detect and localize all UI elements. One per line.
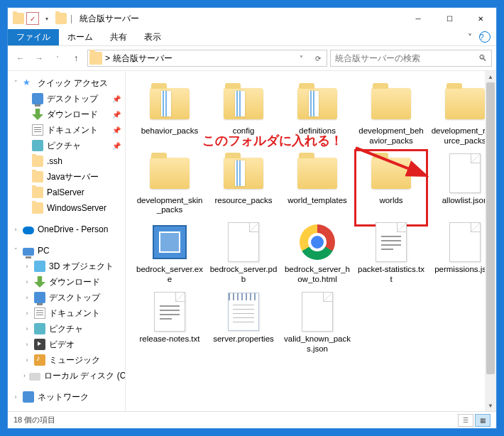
recent-locations-button[interactable]: ˅ bbox=[49, 50, 66, 67]
address-bar[interactable]: > 統合版サーバー ˅ ⟳ bbox=[87, 50, 327, 67]
sidebar-item[interactable]: WindowsServer bbox=[8, 200, 125, 216]
folder-icon bbox=[371, 158, 411, 189]
sidebar-item[interactable]: ピクチャ📌 bbox=[8, 138, 125, 153]
sidebar-item[interactable]: .ssh bbox=[8, 153, 125, 169]
file-item[interactable]: bedrock_server.exe bbox=[134, 219, 205, 286]
nav-label: ドキュメント bbox=[47, 124, 98, 136]
qat-overflow-icon[interactable]: ▾ bbox=[40, 12, 53, 25]
file-item[interactable]: resource_packs bbox=[208, 151, 279, 217]
chevron-right-icon[interactable]: › bbox=[23, 356, 31, 364]
details-view-button[interactable]: ☰ bbox=[458, 414, 473, 427]
file-label: release-notes.txt bbox=[139, 334, 199, 344]
pin-icon: 📌 bbox=[112, 111, 121, 119]
sidebar-item[interactable]: ›ドキュメント bbox=[8, 305, 125, 321]
file-item[interactable]: development_skin_packs bbox=[134, 151, 205, 217]
titlebar[interactable]: ✓ ▾ | 統合版サーバー ─ ☐ ✕ bbox=[8, 8, 496, 29]
nav-label: デスクトップ bbox=[49, 292, 100, 304]
sidebar-item[interactable]: ›ダウンロード bbox=[8, 274, 125, 290]
minimize-button[interactable]: ─ bbox=[402, 8, 434, 29]
up-button[interactable]: ↑ bbox=[67, 50, 84, 67]
forward-button[interactable]: → bbox=[31, 50, 48, 67]
sidebar-item[interactable]: デスクトップ📌 bbox=[8, 91, 125, 107]
doc-icon bbox=[34, 307, 45, 319]
chevron-right-icon[interactable]: › bbox=[23, 372, 26, 379]
sidebar-item[interactable]: ›デスクトップ bbox=[8, 290, 125, 305]
checkbox-icon[interactable]: ✓ bbox=[26, 12, 39, 25]
sidebar-item[interactable]: PalServer bbox=[8, 185, 125, 200]
chevron-down-icon[interactable]: ˅ bbox=[12, 247, 19, 254]
file-item[interactable]: world_templates bbox=[282, 151, 353, 217]
scroll-down-button[interactable]: ▼ bbox=[485, 400, 496, 411]
chevron-right-icon[interactable]: › bbox=[23, 341, 31, 348]
chevron-right-icon[interactable]: › bbox=[12, 226, 19, 233]
sidebar-item[interactable]: ›ピクチャ bbox=[8, 321, 125, 337]
nav-label: ダウンロード bbox=[47, 109, 98, 121]
file-item[interactable]: bedrock_server.pdb bbox=[208, 219, 279, 286]
refresh-button[interactable]: ⟳ bbox=[311, 55, 325, 62]
folder-icon bbox=[445, 88, 485, 119]
file-item[interactable]: valid_known_packs.json bbox=[282, 289, 353, 356]
sidebar-item[interactable]: ›ミュージック bbox=[8, 352, 125, 368]
nav-pc[interactable]: ˅ PC bbox=[8, 243, 125, 258]
sidebar-item[interactable]: ›ビデオ bbox=[8, 337, 125, 352]
icons-view-button[interactable]: ▦ bbox=[475, 414, 491, 427]
file-label: resource_packs bbox=[214, 196, 272, 206]
navigation-pane[interactable]: ˅ ★ クイック アクセス デスクトップ📌ダウンロード📌ドキュメント📌ピクチャ📌… bbox=[8, 71, 126, 411]
chevron-right-icon[interactable]: › bbox=[12, 393, 19, 400]
pin-icon: 📌 bbox=[112, 95, 121, 103]
tab-file[interactable]: ファイル bbox=[8, 29, 59, 45]
file-item[interactable]: development_resource_packs bbox=[429, 81, 485, 148]
sidebar-item[interactable]: ›ローカル ディスク (C bbox=[8, 368, 125, 383]
chevron-right-icon[interactable]: › bbox=[23, 278, 31, 285]
sidebar-item[interactable]: ダウンロード📌 bbox=[8, 107, 125, 122]
file-item[interactable]: bedrock_server_how_to.html bbox=[282, 219, 353, 286]
nav-onedrive[interactable]: › OneDrive - Person bbox=[8, 222, 125, 237]
window-title: 統合版サーバー bbox=[80, 13, 139, 25]
file-item[interactable]: permissions.json bbox=[429, 219, 485, 286]
nav-network[interactable]: › ネットワーク bbox=[8, 389, 125, 405]
chevron-right-icon[interactable]: › bbox=[23, 294, 31, 301]
sidebar-item[interactable]: Javaサーバー bbox=[8, 169, 125, 185]
file-item[interactable]: behavior_packs bbox=[134, 81, 205, 148]
scroll-up-button[interactable]: ▲ bbox=[485, 71, 496, 82]
tab-home[interactable]: ホーム bbox=[59, 29, 102, 45]
sidebar-item[interactable]: ›3D オブジェクト bbox=[8, 258, 125, 274]
navigation-bar: ← → ˅ ↑ > 統合版サーバー ˅ ⟳ 統合版サーバーの検索 🔍︎ bbox=[8, 46, 496, 70]
tab-view[interactable]: 表示 bbox=[136, 29, 170, 45]
file-item[interactable]: server.properties bbox=[208, 289, 279, 356]
file-item[interactable]: packet-statistics.txt bbox=[356, 219, 427, 286]
file-label: bedrock_server.pdb bbox=[209, 265, 278, 285]
search-icon[interactable]: 🔍︎ bbox=[478, 53, 487, 63]
explorer-window: ✓ ▾ | 統合版サーバー ─ ☐ ✕ ファイル ホーム 共有 表示 ˅ ? ←… bbox=[7, 7, 497, 429]
doc-icon bbox=[32, 124, 43, 136]
quick-access-toolbar: ✓ ▾ bbox=[12, 12, 67, 25]
address-dropdown-button[interactable]: ˅ bbox=[294, 55, 308, 62]
chevron-down-icon[interactable]: ˅ bbox=[12, 80, 19, 87]
file-item[interactable]: definitions bbox=[282, 81, 353, 148]
chevron-right-icon[interactable]: › bbox=[23, 263, 31, 270]
sidebar-item[interactable]: ドキュメント📌 bbox=[8, 122, 125, 138]
file-item[interactable]: development_behavior_packs bbox=[356, 81, 427, 148]
folder-icon bbox=[150, 88, 190, 119]
address-text[interactable]: 統合版サーバー bbox=[113, 53, 291, 65]
file-item[interactable]: allowlist.json bbox=[429, 151, 485, 217]
nav-quick-access[interactable]: ˅ ★ クイック アクセス bbox=[8, 75, 125, 91]
file-label: server.properties bbox=[213, 334, 274, 344]
ribbon-expand-button[interactable]: ˅ bbox=[461, 29, 479, 45]
file-item[interactable]: config bbox=[208, 81, 279, 148]
file-label: development_behavior_packs bbox=[357, 126, 425, 146]
scroll-thumb[interactable] bbox=[486, 82, 495, 374]
chevron-right-icon[interactable]: › bbox=[23, 310, 31, 317]
close-button[interactable]: ✕ bbox=[465, 8, 496, 29]
chevron-right-icon[interactable]: › bbox=[23, 325, 31, 332]
file-list-pane[interactable]: behavior_packsconfigdefinitionsdevelopme… bbox=[126, 71, 485, 411]
scroll-track[interactable] bbox=[485, 82, 496, 400]
vertical-scrollbar[interactable]: ▲ ▼ bbox=[485, 71, 496, 411]
help-button[interactable]: ? bbox=[479, 31, 491, 43]
back-button[interactable]: ← bbox=[12, 50, 29, 67]
file-item[interactable]: release-notes.txt bbox=[134, 289, 205, 356]
maximize-button[interactable]: ☐ bbox=[434, 8, 465, 29]
search-box[interactable]: 統合版サーバーの検索 🔍︎ bbox=[330, 50, 492, 67]
file-item[interactable]: worlds bbox=[356, 151, 427, 217]
tab-share[interactable]: 共有 bbox=[102, 29, 136, 45]
